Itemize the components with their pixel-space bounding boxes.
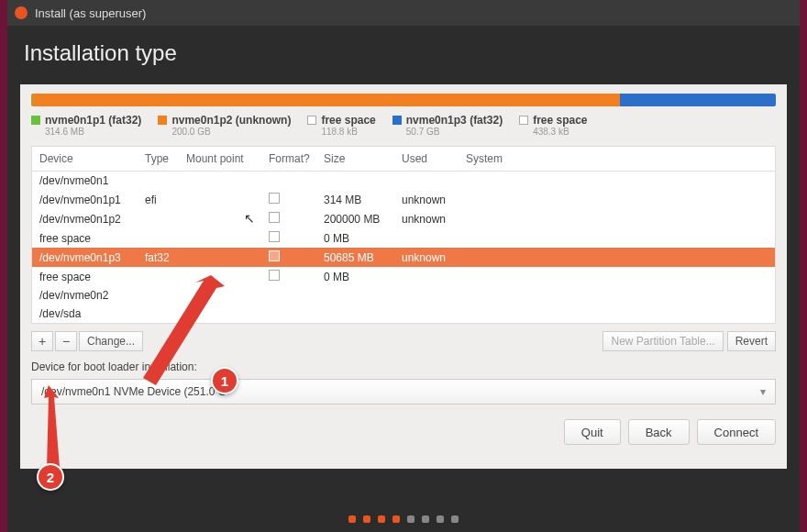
dot	[348, 515, 356, 523]
cell-type: fat32	[145, 251, 186, 264]
legend-item: free space438.3 kB	[519, 114, 587, 137]
dot	[378, 515, 385, 523]
col-device: Device	[39, 152, 145, 165]
legend-item: nvme0n1p1 (fat32)314.6 MB	[31, 114, 141, 137]
cell-device: /dev/nvme0n1	[39, 174, 145, 187]
progress-dots	[348, 506, 459, 532]
cell-used: unknown	[402, 213, 466, 226]
legend-name: nvme0n1p3 (fat32)	[406, 114, 503, 127]
new-partition-table-button[interactable]: New Partition Table...	[602, 331, 723, 351]
legend-size: 438.3 kB	[533, 127, 587, 137]
bootloader-label: Device for boot loader installation:	[31, 360, 776, 373]
partition-table: Device Type Mount point Format? Size Use…	[31, 146, 776, 324]
format-checkbox[interactable]	[269, 231, 280, 242]
window-title: Install (as superuser)	[35, 6, 146, 20]
dot	[437, 515, 444, 523]
bootloader-value: /dev/nvme0n1 NVMe Device (251.0 G	[41, 385, 227, 398]
cell-device: /dev/nvme0n1p3	[39, 251, 145, 264]
revert-button[interactable]: Revert	[727, 331, 776, 351]
cell-size: 0 MB	[324, 232, 402, 245]
cell-type: efi	[145, 194, 186, 206]
legend-item: nvme0n1p2 (unknown)200.0 GB	[158, 114, 291, 137]
format-checkbox[interactable]	[269, 212, 280, 223]
format-checkbox[interactable]	[269, 193, 280, 204]
cell-device: /dev/nvme0n1p1	[39, 194, 145, 206]
dot	[407, 515, 415, 523]
table-row[interactable]: free space0 MB	[32, 267, 775, 286]
table-row[interactable]: /dev/nvme0n1p2200000 MBunknown	[32, 209, 775, 228]
cell-size: 0 MB	[324, 271, 402, 283]
legend-size: 314.6 MB	[45, 127, 141, 137]
titlebar[interactable]: Install (as superuser)	[7, 0, 800, 26]
cell-size: 200000 MB	[324, 213, 402, 226]
legend-name: free space	[533, 114, 587, 127]
footer-buttons: Quit Back Connect	[564, 419, 776, 445]
legend-size: 200.0 GB	[171, 127, 291, 137]
legend-item: nvme0n1p3 (fat32)50.7 GB	[392, 114, 503, 137]
table-row[interactable]: /dev/sda	[32, 305, 775, 323]
partition-toolbar: + − Change... New Partition Table... Rev…	[31, 331, 776, 351]
table-body: /dev/nvme0n1/dev/nvme0n1p1efi314 MBunkno…	[32, 172, 775, 323]
next-button[interactable]: Connect	[697, 419, 776, 445]
col-format: Format?	[269, 152, 324, 165]
table-row[interactable]: /dev/nvme0n2	[32, 286, 775, 305]
cell-device: free space	[39, 232, 145, 245]
legend-size: 50.7 GB	[406, 127, 503, 137]
change-partition-button[interactable]: Change...	[79, 331, 143, 351]
cell-device: /dev/nvme0n2	[39, 289, 145, 302]
bootloader-select[interactable]: /dev/nvme0n1 NVMe Device (251.0 G	[31, 379, 776, 405]
cell-size: 50685 MB	[324, 251, 402, 264]
content-area: nvme0n1p1 (fat32)314.6 MBnvme0n1p2 (unkn…	[20, 84, 787, 469]
back-button[interactable]: Back	[628, 419, 690, 445]
col-size: Size	[324, 152, 402, 165]
col-system: System	[466, 152, 768, 165]
cell-used: unknown	[402, 251, 466, 264]
legend-item: free space118.8 kB	[307, 114, 375, 137]
seg-nvme0n1p3	[620, 94, 776, 106]
dot	[422, 515, 429, 523]
col-type: Type	[145, 152, 186, 165]
col-mount: Mount point	[186, 152, 269, 165]
seg-nvme0n1p2	[32, 94, 620, 106]
table-row[interactable]: /dev/nvme0n1p1efi314 MBunknown	[32, 190, 775, 209]
disk-usage-bar	[31, 94, 776, 106]
dot	[451, 515, 459, 523]
col-used: Used	[402, 152, 466, 165]
table-header: Device Type Mount point Format? Size Use…	[32, 147, 775, 172]
remove-partition-button[interactable]: −	[55, 331, 77, 351]
installer-window: Install (as superuser) Installation type…	[7, 0, 800, 532]
legend-name: nvme0n1p1 (fat32)	[45, 114, 141, 127]
cell-size: 314 MB	[324, 194, 402, 206]
legend-size: 118.8 kB	[321, 127, 375, 137]
legend-name: free space	[321, 114, 375, 127]
table-row[interactable]: /dev/nvme0n1	[32, 172, 775, 190]
legend: nvme0n1p1 (fat32)314.6 MBnvme0n1p2 (unkn…	[31, 114, 776, 137]
dot	[392, 515, 400, 523]
quit-button[interactable]: Quit	[564, 419, 621, 445]
cell-device: free space	[39, 271, 145, 283]
legend-swatch	[158, 116, 167, 125]
close-icon[interactable]	[15, 6, 28, 19]
format-checkbox[interactable]	[269, 270, 280, 281]
cell-device: /dev/sda	[39, 307, 145, 320]
legend-swatch	[392, 116, 402, 125]
legend-swatch	[519, 116, 528, 125]
legend-swatch	[31, 116, 40, 125]
format-checkbox[interactable]	[269, 250, 280, 261]
table-row[interactable]: free space0 MB	[32, 228, 775, 248]
page-title: Installation type	[7, 26, 800, 84]
legend-name: nvme0n1p2 (unknown)	[171, 114, 291, 127]
dot	[363, 515, 370, 523]
legend-swatch	[307, 116, 316, 125]
cell-device: /dev/nvme0n1p2	[39, 213, 145, 226]
add-partition-button[interactable]: +	[31, 331, 53, 351]
table-row[interactable]: /dev/nvme0n1p3fat3250685 MBunknown	[32, 248, 775, 267]
cell-used: unknown	[402, 194, 466, 206]
